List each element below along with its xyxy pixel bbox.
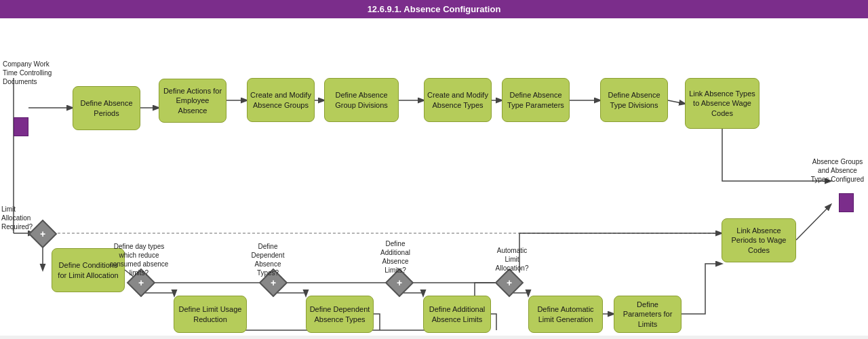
box-define-absence-group-divisions[interactable]: Define Absence Group Divisions: [324, 78, 399, 122]
gateway-automatic-limit: +: [495, 268, 524, 297]
doc2-label: Absence Groups and Absence Types Configu…: [810, 157, 865, 184]
box-define-automatic-generation[interactable]: Define Automatic Limit Generation: [528, 296, 603, 333]
svg-line-7: [668, 100, 685, 104]
box-define-absence-type-parameters[interactable]: Define Absence Type Parameters: [502, 78, 570, 122]
gateway-additional-label: DefineAdditionalAbsenceLimits?: [368, 239, 422, 275]
box-define-additional-limits[interactable]: Define Additional Absence Limits: [423, 296, 491, 333]
svg-line-14: [796, 205, 831, 240]
title-bar: 12.6.9.1. Absence Configuration: [0, 0, 868, 18]
box-link-absence-periods-wage[interactable]: Link Absence Periods to Wage Codes: [722, 218, 796, 262]
box-define-actions-employee[interactable]: Define Actions for Employee Absence: [159, 79, 226, 123]
box-define-absence-periods[interactable]: Define Absence Periods: [73, 86, 140, 130]
gateway-limit-label: LimitAllocationRequired?: [1, 205, 56, 231]
box-define-parameters-limits[interactable]: Define Parameters for Limits: [614, 296, 682, 333]
box-create-modify-absence-types[interactable]: Create and Modify Absence Types: [424, 78, 492, 122]
doc1-icon: [14, 117, 28, 136]
title-text: 12.6.9.1. Absence Configuration: [368, 4, 501, 14]
box-define-limit-usage[interactable]: Define Limit Usage Reduction: [174, 296, 247, 333]
box-link-absence-types-wage-codes[interactable]: Link Absence Types to Absence Wage Codes: [685, 78, 760, 129]
gateway-dependent-label: DefineDependentAbsenceTypes?: [241, 242, 295, 277]
doc2-icon: [839, 193, 854, 212]
box-define-dependent-absence[interactable]: Define Dependent Absence Types: [306, 296, 374, 333]
gateway-automatic-label: AutomaticLimitAllocation?: [481, 246, 542, 273]
gateway-day-types-label: Define day typeswhich reduceconsumed abs…: [105, 242, 173, 277]
box-create-modify-absence-groups[interactable]: Create and Modify Absence Groups: [247, 78, 315, 122]
box-define-absence-type-divisions[interactable]: Define Absence Type Divisions: [600, 78, 668, 122]
doc1-label: Company Work Time Controlling Documents: [3, 60, 62, 86]
arrows-svg: [0, 18, 868, 336]
diagram-area: Company Work Time Controlling Documents …: [0, 18, 868, 336]
